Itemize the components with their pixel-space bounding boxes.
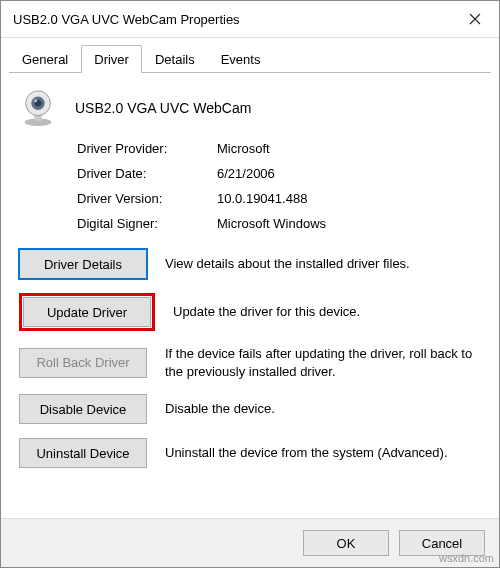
tab-driver[interactable]: Driver: [81, 45, 142, 73]
driver-details-desc: View details about the installed driver …: [165, 255, 481, 273]
highlight-update-driver: Update Driver: [19, 293, 155, 331]
device-header: USB2.0 VGA UVC WebCam: [19, 89, 481, 127]
uninstall-device-desc: Uninstall the device from the system (Ad…: [165, 444, 481, 462]
signer-label: Digital Signer:: [77, 216, 217, 231]
driver-actions: Driver Details View details about the in…: [19, 249, 481, 468]
provider-value: Microsoft: [217, 141, 270, 156]
ok-button[interactable]: OK: [303, 530, 389, 556]
properties-dialog: USB2.0 VGA UVC WebCam Properties General…: [0, 0, 500, 568]
tab-general[interactable]: General: [9, 45, 81, 73]
signer-value: Microsoft Windows: [217, 216, 326, 231]
tab-body-driver: USB2.0 VGA UVC WebCam Driver Provider:Mi…: [1, 73, 499, 518]
close-icon: [469, 13, 481, 25]
date-label: Driver Date:: [77, 166, 217, 181]
titlebar: USB2.0 VGA UVC WebCam Properties: [1, 1, 499, 38]
close-button[interactable]: [455, 1, 495, 37]
date-value: 6/21/2006: [217, 166, 275, 181]
disable-device-desc: Disable the device.: [165, 400, 481, 418]
tab-details[interactable]: Details: [142, 45, 208, 73]
provider-label: Driver Provider:: [77, 141, 217, 156]
version-value: 10.0.19041.488: [217, 191, 307, 206]
watermark: wsxdn.com: [439, 552, 494, 564]
driver-details-button[interactable]: Driver Details: [19, 249, 147, 279]
dialog-footer: OK Cancel: [1, 518, 499, 567]
webcam-icon: [19, 89, 57, 127]
svg-point-5: [34, 99, 37, 102]
tab-events[interactable]: Events: [208, 45, 274, 73]
device-name: USB2.0 VGA UVC WebCam: [75, 100, 251, 116]
roll-back-driver-button: Roll Back Driver: [19, 348, 147, 378]
window-title: USB2.0 VGA UVC WebCam Properties: [13, 12, 240, 27]
tab-strip: General Driver Details Events: [1, 38, 499, 72]
update-driver-button[interactable]: Update Driver: [23, 297, 151, 327]
update-driver-desc: Update the driver for this device.: [173, 303, 481, 321]
version-label: Driver Version:: [77, 191, 217, 206]
uninstall-device-button[interactable]: Uninstall Device: [19, 438, 147, 468]
roll-back-driver-desc: If the device fails after updating the d…: [165, 345, 481, 380]
disable-device-button[interactable]: Disable Device: [19, 394, 147, 424]
driver-properties: Driver Provider:Microsoft Driver Date:6/…: [77, 141, 481, 231]
